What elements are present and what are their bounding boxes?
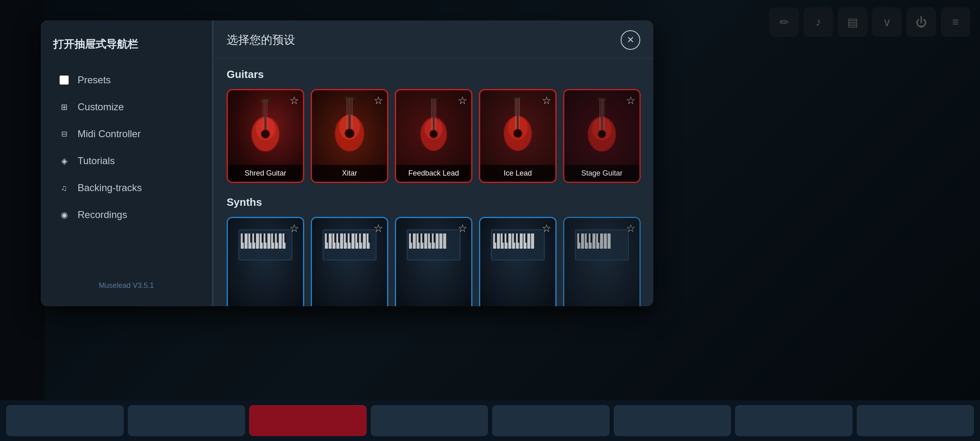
- bottom-btn-8[interactable]: [857, 405, 974, 436]
- svg-rect-81: [334, 234, 336, 243]
- sidebar-item-backing-tracks-label: Backing-tracks: [78, 182, 142, 194]
- svg-rect-80: [327, 234, 329, 243]
- svg-rect-48: [245, 234, 247, 249]
- svg-rect-85: [357, 234, 359, 243]
- synth-3-star[interactable]: ☆: [458, 222, 467, 235]
- stage-guitar-star[interactable]: ☆: [626, 94, 635, 107]
- svg-rect-116: [495, 234, 497, 243]
- synth-2-star[interactable]: ☆: [374, 222, 383, 235]
- sidebar-item-tutorials[interactable]: ◈ Tutorials: [53, 149, 200, 173]
- sidebar-item-recordings[interactable]: ◉ Recordings: [53, 203, 200, 227]
- svg-rect-22: [428, 98, 439, 101]
- sidebar-item-customize[interactable]: ⊞ Customize: [53, 95, 200, 119]
- preset-card-synth-3[interactable]: ☆: [395, 217, 472, 306]
- preset-card-stage-guitar[interactable]: ☆ Stage Guitar: [563, 89, 641, 183]
- midi-icon: ⊟: [58, 129, 70, 138]
- svg-rect-129: [600, 234, 603, 249]
- bottom-btn-3-active[interactable]: [249, 405, 367, 436]
- svg-rect-100: [419, 234, 421, 243]
- preset-card-synth-2[interactable]: ☆: [311, 217, 388, 306]
- svg-rect-62: [262, 234, 264, 243]
- svg-rect-131: [608, 234, 610, 249]
- svg-rect-99: [411, 234, 413, 243]
- modal-close-button[interactable]: ✕: [621, 30, 640, 50]
- sidebar-title: 打开抽屉式导航栏: [53, 37, 200, 51]
- svg-rect-114: [527, 234, 530, 249]
- svg-point-45: [598, 130, 606, 138]
- svg-rect-51: [256, 234, 259, 249]
- svg-rect-118: [506, 234, 508, 243]
- preset-card-synth-1[interactable]: ☆: [227, 217, 304, 306]
- bottom-btn-5[interactable]: [492, 405, 610, 436]
- svg-rect-72: [340, 234, 343, 249]
- svg-rect-31: [512, 97, 523, 100]
- feedback-lead-star[interactable]: ☆: [458, 94, 467, 107]
- preset-card-synth-4[interactable]: ☆: [479, 217, 557, 306]
- svg-rect-127: [592, 234, 595, 249]
- svg-point-18: [345, 129, 354, 138]
- synths-preset-grid: ☆: [227, 217, 640, 306]
- synths-section-title: Synths: [227, 196, 640, 209]
- svg-rect-57: [279, 234, 282, 249]
- svg-rect-124: [581, 234, 584, 249]
- preset-card-feedback-lead[interactable]: ☆ Feedback Lead: [395, 89, 472, 183]
- svg-rect-115: [531, 234, 534, 249]
- bottom-btn-1[interactable]: [6, 405, 124, 436]
- shred-guitar-star[interactable]: ☆: [290, 94, 299, 107]
- preset-card-xitar[interactable]: ☆ Xitar: [311, 89, 388, 183]
- guitars-preset-grid: ☆ Shred Guitar: [227, 89, 640, 183]
- svg-rect-120: [518, 234, 520, 243]
- sidebar-item-midi-label: Midi Controller: [78, 128, 141, 140]
- sidebar-item-presets-label: Presets: [78, 74, 111, 86]
- svg-rect-63: [265, 234, 267, 243]
- sidebar-item-backing-tracks[interactable]: ♫ Backing-tracks: [53, 176, 200, 200]
- synth-5-star[interactable]: ☆: [626, 222, 635, 235]
- preset-card-ice-lead[interactable]: ☆ Ice Lead: [479, 89, 557, 183]
- preset-modal: 打开抽屉式导航栏 Presets ⊞ Customize ⊟ Midi Cont…: [41, 20, 653, 306]
- synth-1-star[interactable]: ☆: [290, 222, 299, 235]
- svg-rect-61: [254, 234, 256, 243]
- tutorials-icon: ◈: [58, 156, 70, 166]
- presets-icon: [58, 76, 70, 85]
- bottom-btn-4[interactable]: [371, 405, 488, 436]
- svg-rect-103: [434, 234, 436, 243]
- guitars-section-title: Guitars: [227, 68, 640, 81]
- svg-rect-78: [363, 234, 366, 249]
- xitar-label: Xitar: [312, 165, 387, 182]
- svg-rect-109: [508, 234, 511, 249]
- bottom-btn-7[interactable]: [735, 405, 853, 436]
- modal-sidebar: 打开抽屉式导航栏 Presets ⊞ Customize ⊟ Midi Cont…: [41, 20, 212, 306]
- svg-rect-135: [598, 234, 600, 243]
- bottom-btn-6[interactable]: [614, 405, 731, 436]
- ice-lead-star[interactable]: ☆: [542, 94, 551, 107]
- svg-rect-82: [338, 234, 340, 243]
- feedback-lead-label: Feedback Lead: [396, 165, 471, 182]
- preset-card-shred-guitar[interactable]: ☆ Shred Guitar: [227, 89, 304, 183]
- sidebar-item-midi[interactable]: ⊟ Midi Controller: [53, 122, 200, 146]
- sidebar-item-presets[interactable]: Presets: [53, 68, 200, 92]
- shred-guitar-label: Shred Guitar: [228, 165, 303, 182]
- svg-rect-133: [587, 234, 589, 243]
- xitar-star[interactable]: ☆: [374, 94, 383, 107]
- svg-rect-106: [497, 234, 500, 249]
- preset-card-synth-5[interactable]: ☆: [563, 217, 641, 306]
- svg-rect-101: [422, 234, 424, 243]
- svg-rect-119: [514, 234, 516, 243]
- svg-rect-90: [413, 234, 416, 249]
- svg-rect-66: [284, 234, 286, 243]
- bottom-btn-2[interactable]: [128, 405, 245, 436]
- svg-rect-65: [277, 234, 279, 243]
- svg-rect-102: [430, 234, 432, 243]
- svg-rect-64: [273, 234, 275, 243]
- app-version: Muselead V3.5.1: [53, 273, 200, 290]
- customize-icon: ⊞: [58, 102, 70, 112]
- svg-rect-117: [503, 234, 505, 243]
- svg-point-8: [261, 130, 270, 138]
- svg-point-36: [514, 129, 522, 137]
- sidebar-item-recordings-label: Recordings: [78, 209, 127, 220]
- svg-rect-30: [517, 98, 519, 130]
- synth-4-star[interactable]: ☆: [542, 222, 551, 235]
- svg-rect-132: [579, 234, 581, 243]
- svg-rect-96: [436, 234, 439, 249]
- svg-rect-97: [439, 234, 442, 249]
